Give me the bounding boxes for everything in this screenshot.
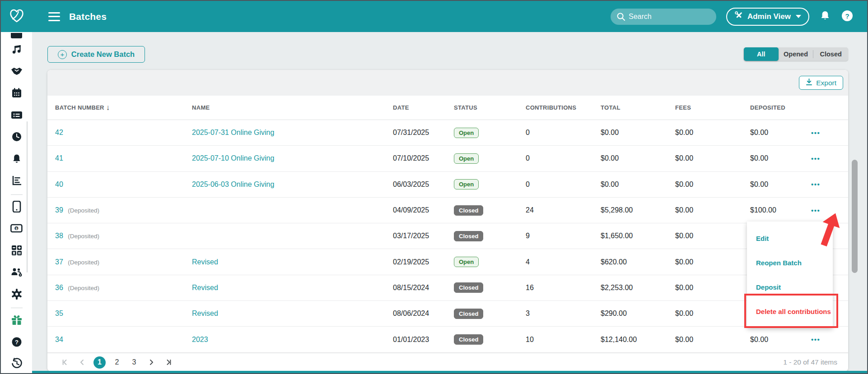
export-button[interactable]: Export — [799, 76, 843, 90]
column-header-deposited[interactable]: DEPOSITED — [750, 104, 809, 111]
tab-closed[interactable]: Closed — [813, 47, 848, 61]
sidebar-item-calendar[interactable] — [1, 83, 32, 105]
total-amount: $1,650.00 — [601, 232, 675, 240]
create-new-batch-button[interactable]: + Create New Batch — [47, 46, 145, 63]
column-header-contributions[interactable]: CONTRIBUTIONS — [526, 104, 601, 111]
app-logo[interactable] — [1, 7, 32, 26]
vertical-scrollbar-thumb[interactable] — [852, 160, 858, 273]
menu-item-edit[interactable]: Edit — [747, 226, 833, 250]
fees-amount: $0.00 — [675, 180, 750, 189]
bell-icon — [819, 10, 831, 23]
fees-amount: $0.00 — [675, 336, 750, 344]
status-badge: Open — [454, 179, 479, 189]
page-number-2[interactable]: 2 — [110, 356, 124, 369]
batch-number-link[interactable]: 34 — [55, 336, 63, 343]
sidebar-item-handshake[interactable] — [1, 61, 32, 83]
sidebar-item-giving[interactable] — [1, 310, 32, 332]
fees-amount: $0.00 — [675, 129, 750, 137]
column-label: CONTRIBUTIONS — [526, 104, 576, 111]
batch-name-link[interactable]: Revised — [192, 258, 218, 266]
column-label: DATE — [393, 104, 409, 111]
menu-item-reopen-batch[interactable]: Reopen Batch — [747, 250, 833, 275]
batch-number-link[interactable]: 39 — [55, 206, 63, 214]
status-badge: Open — [454, 257, 479, 267]
sidebar-item-card[interactable] — [1, 32, 32, 39]
sidebar-scrollbar[interactable] — [27, 121, 28, 272]
batch-number-link[interactable]: 36 — [55, 284, 63, 291]
deposited-amount: $0.00 — [750, 336, 809, 344]
batch-number-link[interactable]: 41 — [55, 154, 63, 162]
column-header-fees[interactable]: FEES — [675, 104, 750, 111]
row-actions-button[interactable] — [809, 334, 822, 345]
calculator-icon — [11, 245, 22, 258]
batch-number-link[interactable]: 37 — [55, 258, 63, 266]
total-amount: $290.00 — [601, 309, 675, 318]
page-number-3[interactable]: 3 — [127, 356, 141, 369]
sort-descending-icon: ↓ — [106, 104, 110, 111]
batch-name-link[interactable]: Revised — [192, 309, 218, 317]
fees-amount: $0.00 — [675, 232, 750, 240]
table-row: 39 (Deposited) 04/09/2025 Closed 24 $5,2… — [47, 198, 848, 223]
sidebar-item-settings[interactable] — [1, 284, 32, 306]
next-page-button[interactable] — [145, 356, 158, 369]
status-badge: Open — [454, 128, 479, 138]
menu-item-deposit[interactable]: Deposit — [747, 275, 833, 299]
admin-view-dropdown[interactable]: Admin View — [726, 8, 809, 26]
notifications-button[interactable] — [819, 10, 831, 23]
total-amount: $0.00 — [601, 129, 675, 137]
calendar-icon — [11, 88, 22, 100]
table-row: 34 2023 01/01/2023 Closed 10 $12,140.00 … — [47, 327, 848, 352]
fees-amount: $0.00 — [675, 284, 750, 292]
sidebar-item-history[interactable] — [1, 354, 32, 374]
table-toolbar: Export — [47, 70, 848, 96]
gear-icon — [11, 288, 23, 302]
table-row: 42 2025-07-31 Online Giving 07/31/2025 O… — [47, 120, 848, 146]
create-new-batch-label: Create New Batch — [71, 50, 135, 59]
left-icon-sidebar: $ ? — [1, 32, 32, 374]
column-header-batch-number[interactable]: BATCH NUMBER↓ — [55, 104, 192, 111]
history-icon — [11, 358, 23, 371]
batch-number-link[interactable]: 42 — [55, 129, 63, 136]
batch-name-link[interactable]: Revised — [192, 284, 218, 291]
search-input[interactable] — [611, 9, 716, 25]
hamburger-menu-icon[interactable] — [48, 12, 60, 21]
batch-date: 07/10/2025 — [393, 154, 454, 162]
row-actions-button[interactable] — [809, 205, 822, 216]
tab-opened[interactable]: Opened — [779, 47, 813, 61]
column-header-date[interactable]: DATE — [393, 104, 454, 111]
sidebar-item-music[interactable] — [1, 39, 32, 61]
column-label: STATUS — [454, 104, 477, 111]
batch-number-link[interactable]: 35 — [55, 309, 63, 317]
mobile-icon — [12, 201, 21, 214]
column-header-status[interactable]: STATUS — [454, 104, 526, 111]
contributions-count: 3 — [526, 309, 601, 318]
admin-view-label: Admin View — [747, 12, 791, 21]
page-number-1[interactable]: 1 — [93, 356, 106, 369]
column-label: FEES — [675, 104, 691, 111]
plus-circle-icon: + — [58, 50, 67, 59]
batch-number-link[interactable]: 40 — [55, 180, 63, 188]
download-icon — [806, 78, 812, 88]
list-card-icon — [11, 110, 23, 122]
row-actions-button[interactable] — [809, 153, 822, 164]
batch-name-link[interactable]: 2025-07-31 Online Giving — [192, 129, 274, 136]
batch-name-link[interactable]: 2023 — [192, 336, 208, 343]
previous-page-button[interactable] — [75, 356, 89, 369]
menu-item-delete-all-contributions[interactable]: Delete all contributions — [747, 299, 833, 323]
tools-icon — [734, 11, 743, 22]
sidebar-item-help[interactable]: ? — [1, 332, 32, 354]
global-search — [611, 9, 716, 25]
help-button[interactable]: ? — [841, 9, 854, 23]
first-page-button[interactable] — [58, 356, 72, 369]
row-actions-button[interactable] — [809, 179, 822, 189]
tab-all[interactable]: All — [744, 47, 779, 61]
row-actions-button[interactable] — [809, 128, 822, 138]
column-header-total[interactable]: TOTAL — [601, 104, 675, 111]
column-header-name[interactable]: NAME — [192, 104, 393, 111]
last-page-button[interactable] — [162, 356, 175, 369]
batch-name-link[interactable]: 2025-06-03 Online Giving — [192, 180, 274, 188]
batch-date: 03/17/2025 — [393, 232, 454, 240]
batch-number-link[interactable]: 38 — [55, 232, 63, 240]
deposited-amount: $0.00 — [750, 180, 809, 189]
batch-name-link[interactable]: 2025-07-10 Online Giving — [192, 154, 274, 162]
